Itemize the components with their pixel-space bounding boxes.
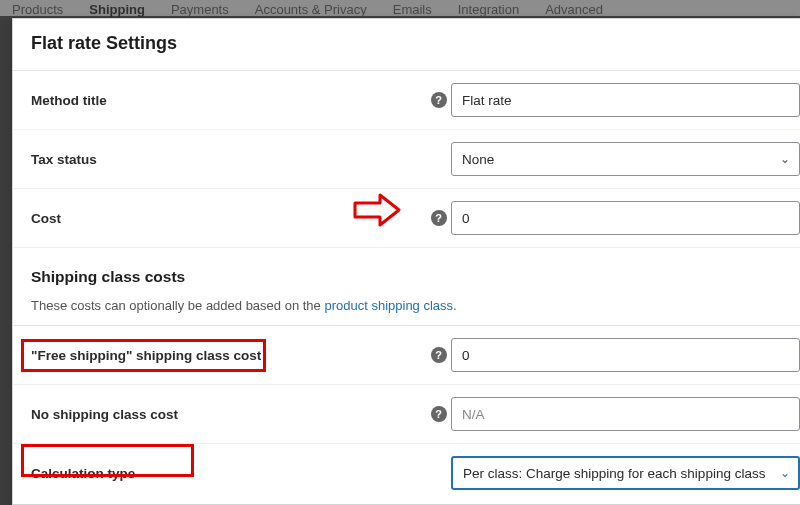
no-shipping-class-cost-input[interactable] xyxy=(451,397,800,431)
label-method-title: Method title xyxy=(31,93,107,108)
label-tax-status: Tax status xyxy=(31,152,97,167)
help-icon[interactable]: ? xyxy=(431,406,447,422)
tax-status-select[interactable]: None xyxy=(451,142,800,176)
free-shipping-class-cost-input[interactable] xyxy=(451,338,800,372)
help-icon[interactable]: ? xyxy=(431,92,447,108)
row-cost: Cost ? xyxy=(13,189,800,248)
label-no-shipping-class-cost: No shipping class cost xyxy=(31,407,178,422)
section-title: Shipping class costs xyxy=(31,268,782,286)
label-cost: Cost xyxy=(31,211,61,226)
cost-input[interactable] xyxy=(451,201,800,235)
panel-title: Flat rate Settings xyxy=(13,19,800,70)
tab-shipping[interactable]: Shipping xyxy=(85,0,149,19)
tab-payments[interactable]: Payments xyxy=(167,0,233,19)
tab-products[interactable]: Products xyxy=(8,0,67,19)
section-description: These costs can optionally be added base… xyxy=(31,298,782,313)
help-icon[interactable]: ? xyxy=(431,210,447,226)
tab-integration[interactable]: Integration xyxy=(454,0,523,19)
label-free-shipping-class-cost: "Free shipping" shipping class cost xyxy=(31,348,261,363)
row-calculation-type: Calculation type Per class: Charge shipp… xyxy=(13,444,800,505)
row-method-title: Method title ? xyxy=(13,71,800,130)
row-tax-status: Tax status None ⌄ xyxy=(13,130,800,189)
shipping-class-costs-heading: Shipping class costs These costs can opt… xyxy=(13,248,800,325)
tab-advanced[interactable]: Advanced xyxy=(541,0,607,19)
help-icon[interactable]: ? xyxy=(431,347,447,363)
method-title-input[interactable] xyxy=(451,83,800,117)
calculation-type-select[interactable]: Per class: Charge shipping for each ship… xyxy=(451,456,800,490)
wc-settings-tabs: Products Shipping Payments Accounts & Pr… xyxy=(0,0,800,20)
row-free-shipping-class-cost: "Free shipping" shipping class cost ? xyxy=(13,326,800,385)
tab-accounts[interactable]: Accounts & Privacy xyxy=(251,0,371,19)
label-calculation-type: Calculation type xyxy=(31,466,135,481)
flat-rate-settings-panel: Flat rate Settings Method title ? Tax st… xyxy=(12,18,800,505)
row-no-shipping-class-cost: No shipping class cost ? xyxy=(13,385,800,444)
product-shipping-class-link[interactable]: product shipping class xyxy=(324,298,453,313)
tab-emails[interactable]: Emails xyxy=(389,0,436,19)
